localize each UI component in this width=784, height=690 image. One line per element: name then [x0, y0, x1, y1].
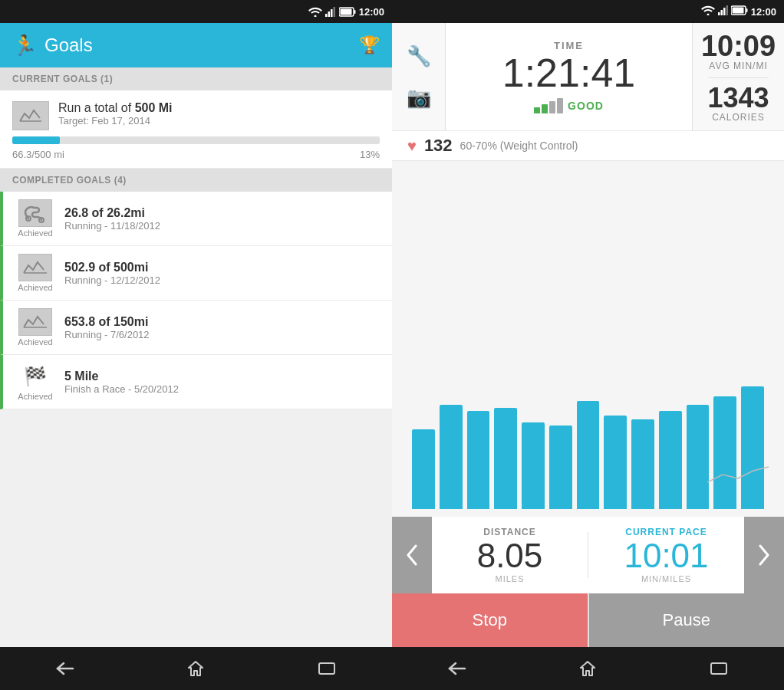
completed-goals-list: Achieved 26.8 of 26.2mi Running - 11/18/… [0, 192, 392, 647]
heart-rate-zone: 60-70% (Weight Control) [460, 140, 578, 152]
progress-bar-fill [12, 136, 60, 144]
svg-rect-7 [340, 8, 351, 15]
pace-label: CURRENT PACE [625, 527, 707, 537]
goals-header: 🏃 Goals 🏆 [0, 23, 392, 67]
completed-goal-1-icon [18, 199, 52, 227]
mountain-chart-3-icon [22, 312, 48, 332]
calories-label: CALORIES [712, 112, 765, 123]
chart-bar-0 [412, 429, 435, 509]
progress-min: 66.3/500 mi [12, 149, 64, 160]
chart-bar-6 [577, 401, 600, 509]
pause-button[interactable]: Pause [589, 593, 785, 647]
svg-rect-15 [319, 663, 334, 674]
next-arrow[interactable] [744, 517, 784, 593]
goals-header-left: 🏃 Goals [12, 34, 93, 58]
completed-goal-4-text: 5 Mile Finish a Race - 5/20/2012 [64, 370, 179, 395]
distance-section: DISTANCE 8.05 MILES [432, 519, 588, 591]
cell-signal-icon [325, 7, 336, 17]
current-goal-text: Run a total of 500 Mi Target: Feb 17, 20… [58, 101, 173, 127]
distance-label: DISTANCE [483, 527, 535, 537]
tracker-main: TIME 1:21:41 GOOD [446, 23, 692, 130]
chart-bar-4 [522, 422, 545, 509]
completed-goal-3[interactable]: Achieved 653.8 of 150mi Running - 7/6/20… [0, 301, 392, 355]
completed-goal-4-value: 5 Mile [64, 370, 179, 383]
tracker-stats: 10:09 AVG MIN/MI 1343 CALORIES [692, 23, 784, 130]
chart-bars [404, 371, 772, 509]
stop-button[interactable]: Stop [392, 593, 588, 647]
svg-rect-4 [333, 7, 335, 17]
action-buttons: Stop Pause [392, 593, 784, 647]
svg-rect-18 [720, 10, 723, 15]
calories-value: 1343 [707, 84, 769, 112]
completed-goal-4-icon-wrap: 🏁 Achieved [15, 363, 55, 401]
chart-line-svg [707, 463, 769, 486]
svg-rect-22 [746, 8, 748, 12]
left-recent-btn[interactable] [304, 653, 350, 684]
achieved-3-label: Achieved [18, 337, 52, 347]
route-icon [22, 203, 48, 223]
completed-goal-3-icon [18, 308, 52, 336]
right-back-btn[interactable] [434, 653, 480, 684]
completed-goal-2-icon [18, 254, 52, 281]
completed-goal-1-sub: Running - 11/18/2012 [64, 220, 160, 232]
svg-rect-26 [711, 663, 726, 674]
heart-rate-number: 132 [424, 136, 453, 156]
left-status-icons: 12:00 [308, 6, 384, 18]
completed-goal-2[interactable]: Achieved 502.9 of 500mi Running - 12/12/… [0, 246, 392, 301]
battery-icon [339, 7, 356, 17]
completed-goal-3-icon-wrap: Achieved [15, 308, 55, 347]
tracker-top: 🔧 📷 TIME 1:21:41 GOOD 10:09 AVG MIN/MI 1… [392, 23, 784, 130]
tracker-sidebar: 🔧 📷 [392, 23, 446, 130]
signal-bar-2 [542, 104, 548, 113]
avg-min-mi-label: AVG MIN/MI [709, 61, 767, 71]
completed-goal-1-text: 26.8 of 26.2mi Running - 11/18/2012 [64, 206, 160, 232]
completed-goal-1[interactable]: Achieved 26.8 of 26.2mi Running - 11/18/… [0, 192, 392, 246]
svg-rect-1 [325, 14, 328, 17]
time-label: TIME [554, 40, 584, 51]
completed-goals-section-header: COMPLETED GOALS (4) [0, 169, 392, 192]
left-time: 12:00 [359, 6, 384, 18]
right-wifi-icon [701, 5, 715, 15]
signal-bars [534, 98, 563, 113]
left-home-btn[interactable] [173, 653, 219, 684]
completed-goal-4[interactable]: 🏁 Achieved 5 Mile Finish a Race - 5/20/2… [0, 355, 392, 409]
heart-rate-bar: ♥ 132 60-70% (Weight Control) [392, 130, 784, 161]
trophy-icon[interactable]: 🏆 [359, 35, 380, 55]
camera-icon[interactable]: 📷 [407, 86, 431, 110]
chart-bar-10 [687, 405, 710, 509]
right-panel: 12:00 🔧 📷 TIME 1:21:41 GOOD 10:09 AVG [392, 0, 784, 690]
completed-goal-2-text: 502.9 of 500mi Running - 12/12/2012 [64, 261, 160, 286]
left-back-btn[interactable] [42, 653, 88, 684]
achieved-4-label: Achieved [18, 392, 52, 401]
mountain-chart-icon [18, 107, 43, 124]
right-recent-btn[interactable] [696, 653, 742, 684]
tracker-bottom-stats: DISTANCE 8.05 MILES CURRENT PACE 10:01 M… [392, 517, 784, 593]
distance-unit: MILES [495, 574, 524, 583]
svg-rect-23 [733, 8, 744, 14]
mountain-chart-2-icon [22, 258, 48, 278]
right-status-icons: 12:00 [701, 5, 776, 18]
chart-bar-11 [713, 396, 736, 509]
svg-rect-3 [331, 9, 333, 17]
left-bottom-nav [0, 647, 392, 690]
current-goal-item[interactable]: Run a total of 500 Mi Target: Feb 17, 20… [0, 90, 392, 169]
chart-bar-12 [741, 386, 764, 509]
svg-point-16 [707, 14, 709, 16]
chart-area [392, 161, 784, 517]
prev-arrow[interactable] [392, 517, 432, 593]
current-goal-title: Run a total of 500 Mi [58, 101, 173, 115]
signal-bar-3 [549, 101, 555, 113]
right-battery-icon [731, 5, 748, 15]
svg-marker-25 [581, 662, 595, 675]
right-home-btn[interactable] [565, 653, 611, 684]
current-goal-target: Target: Feb 17, 2014 [58, 115, 173, 127]
completed-goal-2-icon-wrap: Achieved [15, 254, 55, 292]
completed-goal-2-value: 502.9 of 500mi [64, 261, 160, 274]
right-bottom-nav [392, 647, 784, 690]
pace-value: 10:01 [624, 537, 708, 574]
svg-rect-6 [354, 10, 355, 14]
completed-goal-1-icon-wrap: Achieved [15, 199, 55, 238]
progress-percent: 13% [360, 149, 380, 160]
wrench-icon[interactable]: 🔧 [407, 44, 431, 68]
progress-labels: 66.3/500 mi 13% [12, 149, 380, 160]
